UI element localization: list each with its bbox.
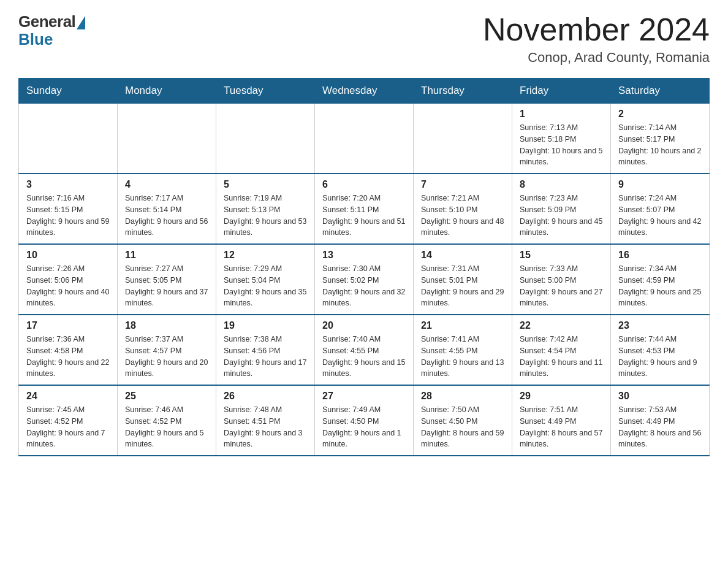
- logo-general-text: General: [18, 12, 75, 31]
- day-number: 12: [224, 250, 307, 261]
- day-number: 3: [26, 179, 110, 190]
- day-number: 19: [224, 320, 307, 331]
- week-row-1: 1Sunrise: 7:13 AM Sunset: 5:18 PM Daylig…: [19, 104, 710, 174]
- day-number: 6: [322, 179, 406, 190]
- day-info: Sunrise: 7:20 AM Sunset: 5:11 PM Dayligh…: [322, 193, 406, 239]
- day-info: Sunrise: 7:41 AM Sunset: 4:55 PM Dayligh…: [421, 334, 504, 380]
- weekday-header-tuesday: Tuesday: [216, 79, 315, 104]
- location-title: Conop, Arad County, Romania: [483, 50, 710, 66]
- calendar-cell: 17Sunrise: 7:36 AM Sunset: 4:58 PM Dayli…: [19, 315, 118, 385]
- calendar-cell: 22Sunrise: 7:42 AM Sunset: 4:54 PM Dayli…: [512, 315, 611, 385]
- day-number: 17: [26, 320, 110, 331]
- weekday-header-sunday: Sunday: [19, 79, 118, 104]
- day-number: 23: [618, 320, 702, 331]
- day-info: Sunrise: 7:38 AM Sunset: 4:56 PM Dayligh…: [224, 334, 307, 380]
- calendar-cell: 18Sunrise: 7:37 AM Sunset: 4:57 PM Dayli…: [118, 315, 216, 385]
- day-info: Sunrise: 7:48 AM Sunset: 4:51 PM Dayligh…: [224, 404, 307, 450]
- day-info: Sunrise: 7:13 AM Sunset: 5:18 PM Dayligh…: [520, 122, 603, 168]
- day-info: Sunrise: 7:34 AM Sunset: 4:59 PM Dayligh…: [618, 263, 702, 309]
- calendar-cell: [118, 104, 216, 174]
- logo-blue-text: Blue: [18, 30, 53, 49]
- day-number: 5: [224, 179, 307, 190]
- week-row-3: 10Sunrise: 7:26 AM Sunset: 5:06 PM Dayli…: [19, 244, 710, 315]
- calendar-cell: 21Sunrise: 7:41 AM Sunset: 4:55 PM Dayli…: [414, 315, 512, 385]
- day-info: Sunrise: 7:45 AM Sunset: 4:52 PM Dayligh…: [26, 404, 110, 450]
- weekday-header-thursday: Thursday: [414, 79, 512, 104]
- calendar-cell: 28Sunrise: 7:50 AM Sunset: 4:50 PM Dayli…: [414, 385, 512, 456]
- calendar-cell: [216, 104, 315, 174]
- calendar-cell: [19, 104, 118, 174]
- calendar-cell: 10Sunrise: 7:26 AM Sunset: 5:06 PM Dayli…: [19, 244, 118, 315]
- calendar-cell: 13Sunrise: 7:30 AM Sunset: 5:02 PM Dayli…: [315, 244, 414, 315]
- day-info: Sunrise: 7:50 AM Sunset: 4:50 PM Dayligh…: [421, 404, 504, 450]
- calendar-cell: 16Sunrise: 7:34 AM Sunset: 4:59 PM Dayli…: [611, 244, 710, 315]
- day-info: Sunrise: 7:31 AM Sunset: 5:01 PM Dayligh…: [421, 263, 504, 309]
- calendar-cell: 9Sunrise: 7:24 AM Sunset: 5:07 PM Daylig…: [611, 174, 710, 244]
- calendar-cell: 19Sunrise: 7:38 AM Sunset: 4:56 PM Dayli…: [216, 315, 315, 385]
- day-number: 9: [618, 179, 702, 190]
- calendar-table: SundayMondayTuesdayWednesdayThursdayFrid…: [18, 78, 710, 456]
- weekday-header-monday: Monday: [118, 79, 216, 104]
- calendar-cell: 7Sunrise: 7:21 AM Sunset: 5:10 PM Daylig…: [414, 174, 512, 244]
- day-number: 27: [322, 391, 406, 402]
- week-row-2: 3Sunrise: 7:16 AM Sunset: 5:15 PM Daylig…: [19, 174, 710, 244]
- calendar-cell: 30Sunrise: 7:53 AM Sunset: 4:49 PM Dayli…: [611, 385, 710, 456]
- day-number: 7: [421, 179, 504, 190]
- calendar-cell: 23Sunrise: 7:44 AM Sunset: 4:53 PM Dayli…: [611, 315, 710, 385]
- day-number: 16: [618, 250, 702, 261]
- day-number: 25: [125, 391, 208, 402]
- title-area: November 2024 Conop, Arad County, Romani…: [483, 12, 710, 66]
- day-info: Sunrise: 7:49 AM Sunset: 4:50 PM Dayligh…: [322, 404, 406, 450]
- day-number: 14: [421, 250, 504, 261]
- weekday-header-saturday: Saturday: [611, 79, 710, 104]
- day-info: Sunrise: 7:44 AM Sunset: 4:53 PM Dayligh…: [618, 334, 702, 380]
- header-row: SundayMondayTuesdayWednesdayThursdayFrid…: [19, 79, 710, 104]
- calendar-cell: 11Sunrise: 7:27 AM Sunset: 5:05 PM Dayli…: [118, 244, 216, 315]
- day-number: 26: [224, 391, 307, 402]
- calendar-cell: 8Sunrise: 7:23 AM Sunset: 5:09 PM Daylig…: [512, 174, 611, 244]
- day-info: Sunrise: 7:40 AM Sunset: 4:55 PM Dayligh…: [322, 334, 406, 380]
- day-info: Sunrise: 7:16 AM Sunset: 5:15 PM Dayligh…: [26, 193, 110, 239]
- day-number: 2: [618, 109, 702, 120]
- day-info: Sunrise: 7:23 AM Sunset: 5:09 PM Dayligh…: [520, 193, 603, 239]
- day-number: 4: [125, 179, 208, 190]
- day-number: 13: [322, 250, 406, 261]
- week-row-4: 17Sunrise: 7:36 AM Sunset: 4:58 PM Dayli…: [19, 315, 710, 385]
- day-number: 22: [520, 320, 603, 331]
- weekday-header-friday: Friday: [512, 79, 611, 104]
- day-number: 10: [26, 250, 110, 261]
- calendar-cell: 25Sunrise: 7:46 AM Sunset: 4:52 PM Dayli…: [118, 385, 216, 456]
- day-number: 18: [125, 320, 208, 331]
- day-info: Sunrise: 7:19 AM Sunset: 5:13 PM Dayligh…: [224, 193, 307, 239]
- day-number: 1: [520, 109, 603, 120]
- day-info: Sunrise: 7:24 AM Sunset: 5:07 PM Dayligh…: [618, 193, 702, 239]
- calendar-cell: 1Sunrise: 7:13 AM Sunset: 5:18 PM Daylig…: [512, 104, 611, 174]
- calendar-cell: 15Sunrise: 7:33 AM Sunset: 5:00 PM Dayli…: [512, 244, 611, 315]
- weekday-header-wednesday: Wednesday: [315, 79, 414, 104]
- calendar-cell: 24Sunrise: 7:45 AM Sunset: 4:52 PM Dayli…: [19, 385, 118, 456]
- day-info: Sunrise: 7:27 AM Sunset: 5:05 PM Dayligh…: [125, 263, 208, 309]
- logo: General Blue: [18, 12, 85, 49]
- day-number: 30: [618, 391, 702, 402]
- calendar-cell: [414, 104, 512, 174]
- calendar-cell: 5Sunrise: 7:19 AM Sunset: 5:13 PM Daylig…: [216, 174, 315, 244]
- day-info: Sunrise: 7:14 AM Sunset: 5:17 PM Dayligh…: [618, 122, 702, 168]
- day-number: 24: [26, 391, 110, 402]
- calendar-cell: 26Sunrise: 7:48 AM Sunset: 4:51 PM Dayli…: [216, 385, 315, 456]
- calendar-cell: [315, 104, 414, 174]
- day-info: Sunrise: 7:30 AM Sunset: 5:02 PM Dayligh…: [322, 263, 406, 309]
- calendar-cell: 4Sunrise: 7:17 AM Sunset: 5:14 PM Daylig…: [118, 174, 216, 244]
- day-info: Sunrise: 7:42 AM Sunset: 4:54 PM Dayligh…: [520, 334, 603, 380]
- calendar-cell: 14Sunrise: 7:31 AM Sunset: 5:01 PM Dayli…: [414, 244, 512, 315]
- calendar-cell: 12Sunrise: 7:29 AM Sunset: 5:04 PM Dayli…: [216, 244, 315, 315]
- day-info: Sunrise: 7:26 AM Sunset: 5:06 PM Dayligh…: [26, 263, 110, 309]
- day-info: Sunrise: 7:51 AM Sunset: 4:49 PM Dayligh…: [520, 404, 603, 450]
- day-info: Sunrise: 7:36 AM Sunset: 4:58 PM Dayligh…: [26, 334, 110, 380]
- day-info: Sunrise: 7:53 AM Sunset: 4:49 PM Dayligh…: [618, 404, 702, 450]
- day-info: Sunrise: 7:29 AM Sunset: 5:04 PM Dayligh…: [224, 263, 307, 309]
- calendar-cell: 6Sunrise: 7:20 AM Sunset: 5:11 PM Daylig…: [315, 174, 414, 244]
- calendar-cell: 3Sunrise: 7:16 AM Sunset: 5:15 PM Daylig…: [19, 174, 118, 244]
- day-info: Sunrise: 7:17 AM Sunset: 5:14 PM Dayligh…: [125, 193, 208, 239]
- day-number: 21: [421, 320, 504, 331]
- week-row-5: 24Sunrise: 7:45 AM Sunset: 4:52 PM Dayli…: [19, 385, 710, 456]
